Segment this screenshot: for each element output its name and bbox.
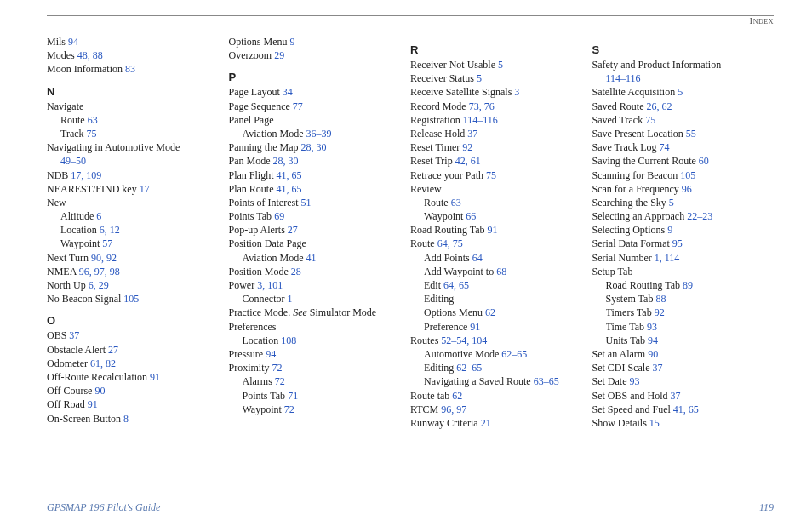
index-page-ref[interactable]: 108	[281, 334, 296, 346]
index-page-ref[interactable]: 94	[648, 334, 658, 346]
index-page-ref[interactable]: 60	[699, 155, 709, 167]
index-page-ref[interactable]: 37	[653, 362, 663, 374]
index-page-ref[interactable]: 3	[514, 86, 519, 98]
index-page-ref[interactable]: 57	[102, 237, 112, 249]
index-page-ref[interactable]: 69	[274, 210, 284, 222]
index-page-ref[interactable]: 96, 97, 98	[79, 266, 120, 277]
index-page-ref[interactable]: 95	[672, 237, 683, 249]
index-page-ref[interactable]: 3, 101	[257, 279, 283, 291]
index-page-ref[interactable]: 75	[486, 169, 496, 181]
index-page-ref[interactable]: 37	[69, 329, 79, 341]
index-page-ref[interactable]: 68	[496, 266, 506, 277]
index-page-ref[interactable]: 28	[291, 266, 301, 277]
index-page-ref[interactable]: 105	[680, 169, 695, 181]
index-page-ref[interactable]: 5	[678, 86, 683, 98]
index-page-ref[interactable]: 5	[477, 72, 482, 84]
index-page-ref[interactable]: 9	[290, 36, 295, 48]
index-page-ref[interactable]: 63	[451, 197, 461, 209]
index-page-ref[interactable]: 83	[125, 63, 135, 75]
index-page-ref[interactable]: 114–116	[606, 72, 641, 84]
index-page-ref[interactable]: 64, 75	[437, 237, 463, 249]
index-page-ref[interactable]: 74	[660, 141, 670, 153]
index-page-ref[interactable]: 90, 92	[91, 252, 117, 264]
index-page-ref[interactable]: 6	[96, 210, 101, 222]
index-page-ref[interactable]: 17	[140, 183, 150, 195]
index-page-ref[interactable]: 75	[645, 114, 655, 126]
index-page-ref[interactable]: 64, 65	[443, 279, 469, 291]
index-page-ref[interactable]: 94	[266, 348, 276, 360]
index-page-ref[interactable]: 15	[649, 417, 660, 429]
index-page-ref[interactable]: 75	[87, 128, 97, 140]
index-page-ref[interactable]: 62–65	[456, 362, 482, 374]
index-page-ref[interactable]: 90	[648, 348, 658, 360]
index-page-ref[interactable]: 1	[288, 293, 293, 305]
index-page-ref[interactable]: 49–50	[60, 155, 86, 167]
index-page-ref[interactable]: 63	[88, 114, 98, 126]
index-page-ref[interactable]: 27	[108, 344, 118, 356]
index-page-ref[interactable]: 41, 65	[277, 169, 302, 181]
index-page-ref[interactable]: 96, 97	[441, 403, 466, 415]
index-page-ref[interactable]: 26, 62	[647, 100, 672, 112]
index-page-ref[interactable]: 29	[274, 49, 284, 61]
index-page-ref[interactable]: 88	[655, 293, 666, 305]
index-page-ref[interactable]: 89	[683, 279, 693, 291]
index-page-ref[interactable]: 73, 76	[469, 100, 495, 112]
index-page-ref[interactable]: 1, 114	[655, 252, 680, 264]
index-page-ref[interactable]: 22–23	[687, 210, 712, 222]
top-rule	[47, 15, 774, 16]
index-page-ref[interactable]: 41, 65	[277, 183, 302, 195]
index-page-ref[interactable]: 37	[671, 390, 681, 402]
index-page-ref[interactable]: 62	[452, 390, 462, 402]
index-page-ref[interactable]: 9	[667, 224, 672, 236]
index-page-ref[interactable]: 66	[466, 210, 476, 222]
index-page-ref[interactable]: 37	[467, 128, 477, 140]
index-page-ref[interactable]: 91	[150, 371, 160, 383]
index-entry: Routes 52–54, 104	[410, 334, 580, 347]
index-page-ref[interactable]: 55	[686, 128, 696, 140]
index-page-ref[interactable]: 34	[283, 86, 293, 98]
index-page-ref[interactable]: 27	[288, 224, 298, 236]
index-page-ref[interactable]: 17, 109	[71, 169, 101, 181]
index-page-ref[interactable]: 92	[655, 306, 665, 318]
index-page-ref[interactable]: 48, 88	[77, 49, 103, 61]
index-page-ref[interactable]: 94	[68, 36, 78, 48]
index-page-ref[interactable]: 91	[470, 321, 480, 333]
index-entry: Waypoint 72	[243, 403, 399, 416]
index-entry-label: Connector	[243, 293, 285, 305]
index-page-ref[interactable]: 105	[123, 293, 139, 305]
index-page-ref[interactable]: 91	[88, 398, 98, 410]
index-page-ref[interactable]: 21	[481, 417, 491, 429]
index-page-ref[interactable]: 41	[306, 252, 317, 264]
index-page-ref[interactable]: 36–39	[306, 128, 332, 140]
index-page-ref[interactable]: 41, 65	[673, 403, 699, 415]
index-page-ref[interactable]: 62	[485, 306, 495, 318]
index-page-ref[interactable]: 71	[288, 390, 298, 402]
index-entry: Overzoom 29	[229, 49, 399, 62]
index-page-ref[interactable]: 42, 61	[455, 155, 481, 167]
index-page-ref[interactable]: 51	[301, 197, 312, 209]
index-page-ref[interactable]: 62–65	[501, 348, 527, 360]
index-page-ref[interactable]: 96	[682, 183, 692, 195]
index-page-ref[interactable]: 5	[498, 59, 503, 71]
index-page-ref[interactable]: 114–116	[463, 114, 498, 126]
index-page-ref[interactable]: 8	[123, 413, 129, 425]
index-entry: Serial Data Format 95	[592, 237, 763, 250]
index-page-ref[interactable]: 92	[462, 141, 472, 153]
index-page-ref[interactable]: 93	[647, 321, 657, 333]
index-page-ref[interactable]: 28, 30	[273, 155, 299, 167]
index-page-ref[interactable]: 6, 12	[100, 224, 120, 236]
index-page-ref[interactable]: 77	[293, 100, 303, 112]
index-page-ref[interactable]: 90	[94, 385, 105, 397]
index-page-ref[interactable]: 5	[669, 197, 674, 209]
index-page-ref[interactable]: 64	[472, 252, 483, 264]
index-page-ref[interactable]: 52–54, 104	[441, 334, 487, 346]
index-page-ref[interactable]: 61, 82	[90, 357, 116, 369]
index-page-ref[interactable]: 72	[284, 403, 294, 415]
index-page-ref[interactable]: 72	[272, 362, 283, 374]
index-page-ref[interactable]: 93	[630, 375, 640, 387]
index-page-ref[interactable]: 63–65	[534, 375, 559, 387]
index-page-ref[interactable]: 6, 29	[89, 279, 109, 291]
index-page-ref[interactable]: 91	[488, 224, 498, 236]
index-page-ref[interactable]: 28, 30	[301, 141, 327, 153]
index-page-ref[interactable]: 72	[275, 375, 285, 387]
